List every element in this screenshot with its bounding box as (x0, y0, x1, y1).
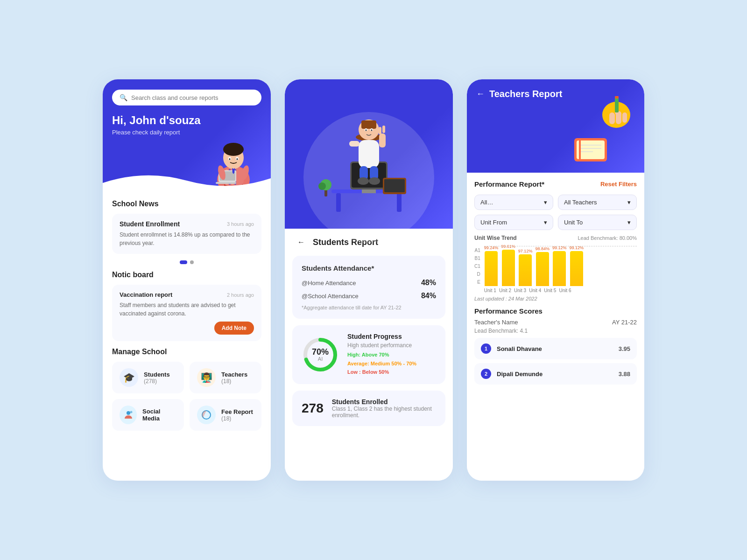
notic-time: 2 hours ago (227, 292, 254, 298)
svg-rect-59 (615, 96, 619, 98)
wave-decoration (103, 169, 271, 191)
scores-col-year: AY 21-22 (612, 319, 637, 326)
card1-header: 🔍 ⋮ Hi, John d'souza Please check daily … (103, 79, 271, 191)
fee-label: Fee Report (221, 408, 253, 415)
teacher-score-1: 3.95 (619, 345, 630, 352)
bar-1 (485, 251, 498, 286)
svg-rect-46 (382, 126, 385, 133)
home-att-value: 48% (421, 279, 436, 287)
chart-title: Unit Wise Trend (474, 235, 517, 241)
teachers-label: Teachers (221, 371, 247, 378)
bar-unit5: 99.12% (552, 245, 567, 286)
chart-section: Unit Wise Trend Lead Benchmark: 80.00% A… (474, 235, 637, 301)
card2-body: Students Attendance* @Home Attendance 48… (285, 256, 453, 481)
x-label-6: Unit 6 (559, 288, 571, 293)
bar-unit1: 99.24% (484, 245, 499, 286)
bar-2 (502, 250, 515, 286)
manage-grid: 🎓 Students (278) 👨‍🏫 Teachers (18) So (112, 362, 261, 431)
progress-sub: AI (312, 356, 329, 362)
svg-rect-36 (361, 120, 376, 129)
back-button[interactable]: ← (294, 235, 308, 249)
teachers-back-button[interactable]: ← (476, 89, 485, 99)
bar-val-4: 98.84% (535, 246, 550, 251)
scores-col-name: Teacher's Name (474, 319, 518, 326)
legend-avg: Average: Medium 50% - 70% (347, 361, 416, 366)
benchmark-label: Lead Benchmark: 80.00% (578, 235, 637, 241)
filter-row-2: Unit From ▾ Unit To ▾ (474, 215, 637, 230)
bar-chart: A1 B1 C1 D E 99.24% (474, 244, 637, 293)
fee-count: (18) (221, 415, 253, 422)
perf-title: Performance Report* (474, 180, 544, 188)
search-bar[interactable]: 🔍 (112, 90, 261, 105)
svg-point-50 (369, 177, 380, 185)
card2-header (285, 79, 453, 229)
teacher-row-2: 2 Dipali Demunde 3.88 (474, 363, 637, 385)
manage-teachers-info: Teachers (18) (221, 371, 247, 385)
teacher-name-1: Sonali Dhavane (497, 345, 619, 352)
manage-fee-info: Fee Report (18) (221, 408, 253, 422)
bars-container: 99.24% 99.61% 97.12% 98.84% (484, 244, 637, 286)
teacher-rank-1: 1 (481, 343, 491, 354)
students-count: (278) (144, 378, 170, 385)
filter-unit-to-select[interactable]: Unit To ▾ (558, 215, 637, 230)
progress-title: Student Progress (347, 333, 416, 340)
enrolled-info: Students Enrolled Class 1, Class 2 has t… (332, 398, 436, 419)
manage-school-title: Manage School (112, 348, 261, 356)
manage-item-students[interactable]: 🎓 Students (278) (112, 362, 184, 393)
reset-filters-button[interactable]: Reset Filters (600, 181, 637, 188)
lead-benchmark-info: Lead Benchmark: 4.1 (474, 328, 637, 334)
notic-title: Vaccination report (120, 291, 172, 298)
legend-low: Low : Below 50% (347, 369, 389, 375)
svg-rect-27 (362, 189, 376, 193)
x-label-3: Unit 3 (514, 288, 526, 293)
dot-inactive[interactable] (190, 260, 194, 264)
progress-legend: High: Above 70% Average: Medium 50% - 70… (347, 350, 416, 377)
dots-menu-icon[interactable]: ⋮ (251, 90, 261, 101)
news-card: Student Enrollment 3 hours ago Student e… (112, 214, 261, 254)
filter-unit-from-select[interactable]: Unit From ▾ (474, 215, 553, 230)
perf-scores-section: Performance Scores Teacher's Name AY 21-… (474, 307, 637, 385)
manage-social-info: Social Media (142, 408, 176, 422)
progress-sub-text: High student performance (347, 342, 416, 349)
x-label-1: Unit 1 (484, 288, 496, 293)
search-input[interactable] (131, 94, 254, 101)
manage-item-fee[interactable]: Fee Report (18) (190, 399, 261, 431)
student-character (317, 96, 420, 229)
notic-header: Vaccination report 2 hours ago (120, 291, 254, 298)
filter-teachers-select[interactable]: All Teachers ▾ (558, 195, 637, 210)
y-label-c1: C1 (474, 264, 480, 269)
teachers-report-title: Teachers Report (489, 89, 562, 99)
filter-all-label: All… (480, 199, 493, 206)
news-title: Student Enrollment (120, 220, 180, 228)
progress-card: 70% AI Student Progress High student per… (292, 325, 445, 384)
bar-3 (519, 254, 532, 286)
notic-board-title: Notic board (112, 271, 261, 279)
filter-unit-from-label: Unit From (480, 219, 507, 226)
perf-header: Performance Report* Reset Filters (474, 180, 637, 188)
manage-item-teachers[interactable]: 👨‍🏫 Teachers (18) (190, 362, 261, 393)
svg-rect-41 (359, 140, 379, 168)
x-axis-labels: Unit 1 Unit 2 Unit 3 Unit 4 Unit 5 Unit … (484, 288, 637, 293)
svg-rect-65 (579, 140, 581, 160)
chevron-down-icon-2: ▾ (627, 199, 631, 206)
news-time: 3 hours ago (227, 221, 254, 227)
x-label-5: Unit 5 (544, 288, 556, 293)
svg-rect-29 (384, 179, 405, 192)
filter-all-select[interactable]: All… ▾ (474, 195, 553, 210)
students-label: Students (144, 371, 170, 378)
attendance-card: Students Attendance* @Home Attendance 48… (292, 256, 445, 319)
bar-unit6: 99.12% (569, 245, 584, 286)
bar-unit4: 98.84% (535, 246, 550, 286)
perf-scores-title: Performance Scores (474, 307, 637, 315)
y-label-e: E (477, 280, 480, 285)
dot-active[interactable] (180, 260, 187, 264)
legend-high: High: Above 70% (347, 352, 389, 357)
teacher-decoration (556, 87, 640, 170)
progress-info: Student Progress High student performanc… (347, 333, 416, 377)
y-axis-labels: A1 B1 C1 D E (474, 244, 482, 293)
last-updated: Last updated : 24 Mar 2022 (474, 296, 637, 301)
add-note-button[interactable]: Add Note (214, 322, 254, 335)
svg-point-40 (371, 129, 373, 131)
search-icon: 🔍 (120, 94, 127, 101)
manage-item-social[interactable]: Social Media (112, 399, 184, 431)
